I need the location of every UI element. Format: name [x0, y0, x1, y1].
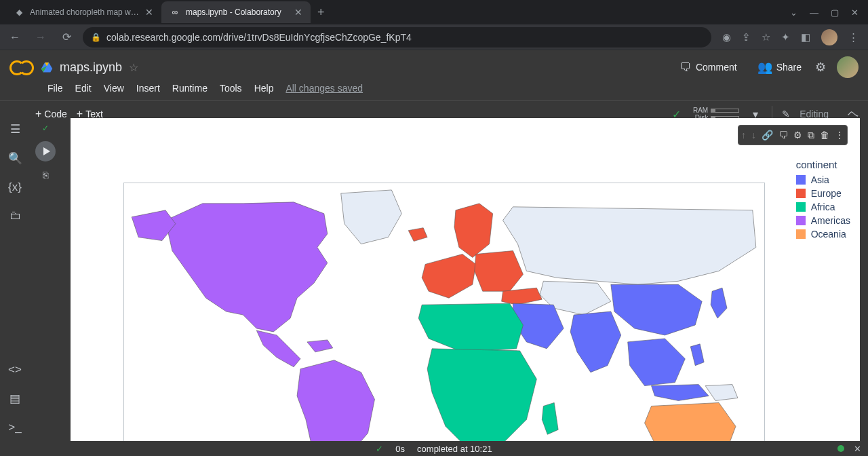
menu-help[interactable]: Help	[254, 83, 274, 94]
share-button[interactable]: 👥 Share	[751, 56, 808, 79]
region-south-america	[297, 360, 374, 441]
legend-swatch	[796, 189, 806, 198]
region-subsaharan-africa	[427, 349, 536, 441]
share-page-icon[interactable]: ⇪	[742, 31, 751, 43]
close-tab-icon[interactable]: ✕	[294, 7, 302, 18]
code-snippets-icon[interactable]: <>	[8, 363, 22, 377]
cell-comment-icon[interactable]: 🗨	[778, 130, 788, 140]
link-cell-icon[interactable]: 🔗	[762, 130, 773, 140]
share-icon: 👥	[757, 60, 772, 75]
menu-view[interactable]: View	[104, 83, 124, 94]
command-palette-icon[interactable]: ▤	[9, 392, 20, 406]
cell-output: ↑ ↓ 🔗 🗨 ⚙ ⧉ 🗑 ⋮ continent AsiaEuropeAfri…	[71, 118, 860, 441]
window-dropdown-icon[interactable]: ⌄	[790, 7, 797, 18]
files-icon[interactable]: 🗀	[9, 209, 21, 223]
tab-title: Animated choropleth map with d	[30, 7, 140, 17]
close-tab-icon[interactable]: ✕	[145, 7, 153, 18]
minimize-icon[interactable]: —	[810, 7, 818, 18]
back-button[interactable]: ←	[5, 31, 24, 43]
omnibox[interactable]: 🔒 colab.research.google.com/drive/1trvDs…	[83, 27, 711, 48]
colab-logo-icon[interactable]	[9, 59, 34, 75]
cell-gutter: ✓ ⎘	[35, 124, 56, 180]
region-central-america	[256, 330, 300, 367]
reload-button[interactable]: ⟳	[57, 31, 76, 43]
region-indonesia	[652, 385, 709, 401]
left-rail: ☰ 🔍 {x} 🗀 <> ▤ >_	[0, 118, 30, 441]
mirror-cell-icon[interactable]: ⧉	[808, 130, 814, 141]
cell-settings-icon[interactable]: ⚙	[793, 130, 802, 140]
document-title[interactable]: maps.ipynb	[60, 60, 122, 75]
clear-output-icon[interactable]: ⎘	[43, 170, 48, 180]
region-greenland	[341, 190, 402, 244]
close-window-icon[interactable]: ✕	[851, 7, 859, 18]
legend-label: Europe	[811, 187, 842, 200]
maximize-icon[interactable]: ▢	[831, 7, 839, 18]
account-avatar[interactable]	[837, 56, 859, 78]
legend-label: Africa	[811, 200, 835, 214]
close-status-icon[interactable]: ✕	[854, 444, 861, 454]
menu-runtime[interactable]: Runtime	[172, 83, 208, 94]
menubar: File Edit View Insert Runtime Tools Help…	[9, 80, 859, 100]
colab-favicon-icon: ∞	[170, 7, 180, 18]
ram-meter	[711, 109, 739, 113]
forward-button[interactable]: →	[31, 31, 50, 43]
favicon-icon: ◆	[14, 7, 24, 18]
legend-item-europe[interactable]: Europe	[796, 187, 850, 200]
legend-item-americas[interactable]: Americas	[796, 214, 850, 227]
legend-title: continent	[796, 159, 850, 170]
region-iceland	[408, 228, 427, 242]
star-document-icon[interactable]: ☆	[129, 61, 138, 74]
tab-strip: ◆ Animated choropleth map with d ✕ ∞ map…	[0, 0, 868, 24]
run-cell-button[interactable]	[35, 141, 56, 162]
region-north-africa	[418, 303, 523, 352]
region-madagascar	[542, 402, 558, 434]
kernel-status-icon	[837, 445, 844, 452]
region-north-america	[165, 202, 328, 332]
extensions-icon[interactable]: ✦	[781, 31, 790, 43]
google-lens-icon[interactable]: ◉	[722, 31, 731, 43]
drive-icon	[41, 61, 53, 73]
cell-action-toolbar: ↑ ↓ 🔗 🗨 ⚙ ⧉ 🗑 ⋮	[738, 125, 848, 145]
search-icon[interactable]: 🔍	[8, 151, 22, 166]
browser-tab-0[interactable]: ◆ Animated choropleth map with d ✕	[5, 1, 161, 23]
chrome-menu-icon[interactable]: ⋮	[848, 31, 859, 43]
notebook-area: ✓ ⎘ ↑ ↓ 🔗 🗨 ⚙ ⧉ 🗑 ⋮ continent AsiaEurope…	[30, 118, 868, 441]
legend-label: Oceania	[811, 227, 846, 241]
delete-cell-icon[interactable]: 🗑	[820, 130, 829, 140]
cell-more-icon[interactable]: ⋮	[835, 130, 844, 140]
share-label: Share	[776, 62, 802, 73]
region-southeast-asia	[628, 339, 686, 386]
comment-button[interactable]: 🗨 Comment	[673, 56, 744, 79]
legend-item-asia[interactable]: Asia	[796, 173, 850, 187]
menu-edit[interactable]: Edit	[75, 83, 92, 94]
toc-icon[interactable]: ☰	[10, 122, 20, 136]
status-check-icon: ✓	[376, 444, 383, 454]
choropleth-map[interactable]	[123, 183, 765, 441]
region-australia	[645, 402, 736, 441]
legend-swatch	[796, 175, 806, 185]
region-caribbean	[307, 340, 333, 352]
profile-avatar[interactable]	[821, 29, 837, 45]
new-tab-button[interactable]: +	[311, 5, 332, 20]
changes-saved[interactable]: All changes saved	[285, 83, 363, 94]
legend-label: Asia	[811, 173, 829, 187]
window-controls: ⌄ — ▢ ✕	[790, 7, 868, 18]
menu-file[interactable]: File	[47, 83, 63, 94]
terminal-icon[interactable]: >_	[8, 421, 21, 434]
browser-tab-1[interactable]: ∞ maps.ipynb - Colaboratory ✕	[161, 1, 311, 23]
bookmark-star-icon[interactable]: ☆	[762, 31, 770, 43]
chart-legend: continent AsiaEuropeAfricaAmericasOceani…	[796, 159, 850, 241]
legend-swatch	[796, 229, 806, 239]
colab-header: maps.ipynb ☆ 🗨 Comment 👥 Share ⚙ File Ed…	[0, 50, 868, 100]
menu-tools[interactable]: Tools	[220, 83, 242, 94]
move-cell-down-icon[interactable]: ↓	[751, 130, 756, 140]
menu-insert[interactable]: Insert	[136, 83, 160, 94]
region-russia	[503, 207, 756, 284]
legend-item-oceania[interactable]: Oceania	[796, 227, 850, 241]
variables-icon[interactable]: {x}	[8, 180, 22, 194]
comment-label: Comment	[696, 62, 737, 73]
settings-gear-icon[interactable]: ⚙	[815, 60, 826, 75]
move-cell-up-icon[interactable]: ↑	[741, 130, 746, 140]
sidepanel-icon[interactable]: ◧	[801, 31, 810, 43]
legend-item-africa[interactable]: Africa	[796, 200, 850, 214]
